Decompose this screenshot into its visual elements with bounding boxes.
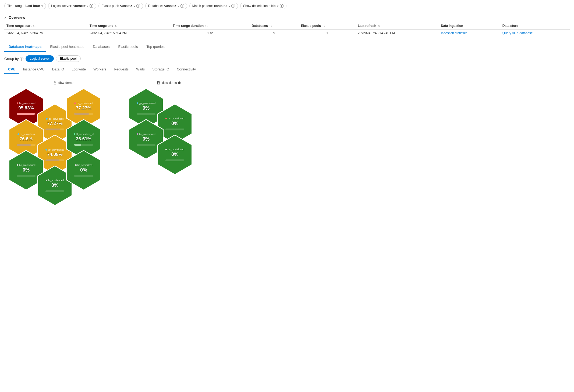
metric-tab-waits[interactable]: Waits	[132, 65, 148, 74]
overview-title: Overview	[9, 15, 25, 20]
table-header-row: Time range start ↑↓ Time range end ↑↓ Ti…	[4, 22, 570, 30]
sort-icon: ↑↓	[269, 24, 272, 27]
tab-databases[interactable]: Databases	[88, 42, 114, 52]
elastic-pool-label: Elastic pool:	[101, 4, 119, 8]
col-last-refresh[interactable]: Last refresh ↑↓	[356, 22, 439, 30]
sort-icon: ↑↓	[378, 24, 380, 27]
col-data-ingestion: Data ingestion	[439, 22, 500, 30]
server-label: 🗄dbw-demo	[53, 81, 73, 85]
col-data-store: Data store	[500, 22, 570, 30]
overview-header[interactable]: ∧ Overview	[4, 15, 570, 20]
tab-database-heatmaps[interactable]: Database heatmaps	[4, 42, 46, 52]
col-elastic-pools[interactable]: Elastic pools ↑↓	[299, 22, 356, 30]
info-icon[interactable]: i	[231, 4, 235, 8]
overview-section: ∧ Overview Time range start ↑↓ Time rang…	[0, 12, 574, 40]
tab-elastic-pools[interactable]: Elastic pools	[114, 42, 142, 52]
table-row: 2/6/2024, 6:48:15.504 PM 2/6/2024, 7:48:…	[4, 30, 570, 37]
match-pattern-value: contains	[214, 4, 227, 8]
hex-bc_provisioned_dr2[interactable]: bc_provisioned 0%	[157, 135, 192, 175]
col-time-range-start[interactable]: Time range start ↑↓	[4, 22, 87, 30]
chevron-down-icon: ∨	[277, 5, 279, 8]
server-group-dbw-demo-dr: 🗄dbw-demo-dr gp_provisioned 0% hs_provis…	[129, 81, 209, 176]
main-tab-nav: Database heatmaps Elastic pool heatmaps …	[0, 42, 574, 52]
sort-icon: ↑↓	[205, 24, 208, 27]
chevron-down-icon: ∨	[87, 5, 88, 8]
match-pattern-filter[interactable]: Match pattern: contains ∨ i	[189, 3, 238, 9]
group-by-elastic-pool[interactable]: Elastic pool	[56, 55, 80, 62]
metric-tab-data-io[interactable]: Data IO	[48, 65, 68, 74]
metric-tab-instance-cpu[interactable]: Instance CPU	[19, 65, 48, 74]
cell-data-store[interactable]: Query ADX database	[500, 30, 570, 37]
sort-icon: ↑↓	[33, 24, 36, 27]
hex-hs_serverless_b[interactable]: hs_serverless 0%	[66, 150, 101, 190]
show-descriptions-label: Show descriptions:	[243, 4, 270, 8]
group-by-label: Group by i	[4, 57, 23, 61]
col-databases[interactable]: Databases ↑↓	[250, 22, 299, 30]
elastic-pool-value: <unset>	[120, 4, 132, 8]
server-group-dbw-demo: 🗄dbw-demo bc_provisioned 95.83% gp_serve…	[9, 81, 118, 206]
metric-tab-log-write[interactable]: Log write	[68, 65, 90, 74]
server-icon: 🗄	[157, 81, 160, 85]
cell-time-range-duration: 1 hr	[171, 30, 250, 37]
info-icon[interactable]: i	[280, 4, 284, 8]
metric-tab-requests[interactable]: Requests	[110, 65, 132, 74]
overview-table: Time range start ↑↓ Time range end ↑↓ Ti…	[4, 22, 570, 37]
metric-tab-workers[interactable]: Workers	[90, 65, 110, 74]
metric-tab-connectivity[interactable]: Connectivity	[173, 65, 200, 74]
time-range-label: Time range:	[7, 4, 24, 8]
info-icon[interactable]: i	[180, 4, 184, 8]
sort-icon: ↑↓	[322, 24, 325, 27]
info-icon[interactable]: i	[136, 4, 140, 8]
chevron-down-icon: ∨	[178, 5, 179, 8]
logical-server-label: Logical server:	[51, 4, 72, 8]
sort-icon: ↑↓	[115, 24, 118, 27]
col-time-range-end[interactable]: Time range end ↑↓	[87, 22, 171, 30]
server-icon: 🗄	[53, 81, 57, 85]
tab-elastic-pool-heatmaps[interactable]: Elastic pool heatmaps	[46, 42, 88, 52]
server-name: dbw-demo-dr	[162, 81, 181, 85]
tab-top-queries[interactable]: Top queries	[142, 42, 169, 52]
collapse-icon: ∧	[4, 16, 6, 19]
heatmap-container: 🗄dbw-demo bc_provisioned 95.83% gp_serve…	[0, 74, 574, 213]
elastic-pool-filter[interactable]: Elastic pool: <unset> ∨ i	[98, 3, 143, 9]
database-filter[interactable]: Database: <unset> ∨ i	[145, 3, 187, 9]
show-descriptions-filter[interactable]: Show descriptions: No ∨ i	[240, 3, 286, 9]
database-label: Database:	[148, 4, 163, 8]
cell-data-ingestion[interactable]: Ingestion statistics	[439, 30, 500, 37]
time-range-filter[interactable]: Time range: Last hour ∨	[4, 3, 46, 9]
hex-grid: bc_provisioned 95.83% gp_serverless 77.2…	[9, 88, 118, 206]
database-value: <unset>	[164, 4, 176, 8]
filter-bar: Time range: Last hour ∨ Logical server: …	[0, 0, 574, 12]
server-name: dbw-demo	[58, 81, 73, 85]
chevron-down-icon: ∨	[133, 5, 135, 8]
metric-tab-nav: CPU Instance CPU Data IO Log write Worke…	[0, 64, 574, 74]
cell-elastic-pools: 1	[299, 30, 356, 37]
group-by-logical-server[interactable]: Logical server	[26, 55, 54, 62]
metric-tab-cpu[interactable]: CPU	[4, 65, 19, 74]
cell-last-refresh: 2/6/2024, 7:48:14.740 PM	[356, 30, 439, 37]
metric-tab-storage-io[interactable]: Storage IO	[148, 65, 173, 74]
chevron-down-icon: ∨	[228, 5, 230, 8]
chevron-down-icon: ∨	[41, 5, 43, 8]
match-pattern-label: Match pattern:	[192, 4, 213, 8]
show-descriptions-value: No	[271, 4, 276, 8]
info-icon[interactable]: i	[20, 57, 23, 60]
cell-time-range-start: 2/6/2024, 6:48:15.504 PM	[4, 30, 87, 37]
cell-time-range-end: 2/6/2024, 7:48:15.504 PM	[87, 30, 171, 37]
time-range-value: Last hour	[26, 4, 40, 8]
server-label: 🗄dbw-demo-dr	[157, 81, 181, 85]
cell-databases: 9	[250, 30, 299, 37]
group-by-section: Group by i Logical server Elastic pool	[0, 52, 574, 64]
logical-server-value: <unset>	[73, 4, 86, 8]
col-time-range-duration[interactable]: Time range duration ↑↓	[171, 22, 250, 30]
info-icon[interactable]: i	[90, 4, 93, 8]
hex-grid: gp_provisioned 0% hs_provisioned 0%	[129, 88, 209, 176]
logical-server-filter[interactable]: Logical server: <unset> ∨ i	[48, 3, 96, 9]
